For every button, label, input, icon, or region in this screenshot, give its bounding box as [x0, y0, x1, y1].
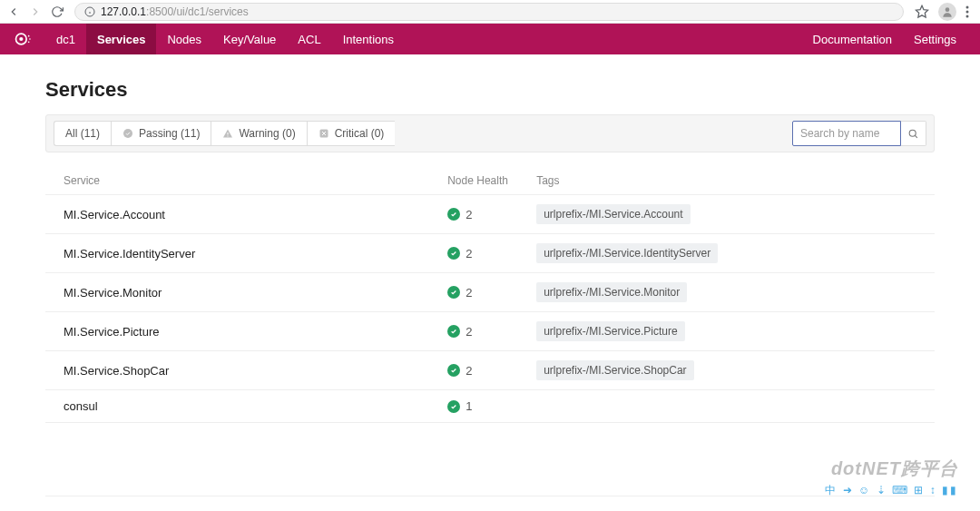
filter-passing[interactable]: Passing (11): [111, 121, 211, 146]
services-table: Service Node Health Tags MI.Service.Acco…: [45, 167, 935, 423]
table-row[interactable]: MI.Service.Picture2urlprefix-/MI.Service…: [45, 312, 935, 351]
svg-point-6: [966, 10, 969, 13]
service-name[interactable]: MI.Service.IdentityServer: [45, 234, 436, 273]
node-health: 2: [436, 351, 525, 390]
warning-icon: [222, 128, 233, 139]
service-name[interactable]: consul: [45, 390, 436, 423]
datacenter-selector[interactable]: dc1: [45, 24, 86, 54]
svg-rect-15: [228, 136, 229, 137]
nav-acl[interactable]: ACL: [287, 24, 331, 54]
svg-line-18: [915, 135, 917, 138]
node-health: 2: [436, 195, 525, 234]
svg-point-10: [28, 35, 30, 37]
consul-logo-icon[interactable]: [13, 29, 33, 49]
service-tags: urlprefix-/MI.Service.Account: [525, 195, 935, 234]
service-tags: [525, 390, 935, 423]
node-health: 2: [436, 273, 525, 312]
svg-point-5: [966, 5, 969, 8]
url-host: 127.0.0.1: [101, 5, 146, 18]
svg-point-13: [123, 129, 132, 138]
tag: urlprefix-/MI.Service.Account: [536, 204, 690, 224]
service-tags: urlprefix-/MI.Service.Monitor: [525, 273, 935, 312]
svg-rect-14: [228, 133, 229, 135]
passing-icon: [447, 247, 460, 260]
search-input[interactable]: [792, 121, 901, 146]
tag: urlprefix-/MI.Service.IdentityServer: [536, 243, 718, 263]
url-path: :8500/ui/dc1/services: [146, 5, 249, 18]
site-info-icon[interactable]: [84, 6, 95, 17]
passing-icon: [447, 325, 460, 338]
passing-icon: [447, 286, 460, 299]
col-tags[interactable]: Tags: [525, 167, 935, 195]
reload-icon[interactable]: [49, 4, 65, 20]
filter-critical[interactable]: Critical (0): [307, 121, 396, 146]
service-tags: urlprefix-/MI.Service.Picture: [525, 312, 935, 351]
service-name[interactable]: MI.Service.ShopCar: [45, 351, 436, 390]
search-button[interactable]: [901, 121, 926, 146]
table-row[interactable]: MI.Service.Monitor2urlprefix-/MI.Service…: [45, 273, 935, 312]
nav-services[interactable]: Services: [86, 24, 157, 54]
svg-point-7: [966, 15, 969, 17]
service-name[interactable]: MI.Service.Account: [45, 195, 436, 234]
nav-documentation[interactable]: Documentation: [802, 24, 903, 54]
table-row[interactable]: MI.Service.ShopCar2urlprefix-/MI.Service…: [45, 351, 935, 390]
check-circle-icon: [122, 128, 133, 139]
service-name[interactable]: MI.Service.Monitor: [45, 273, 436, 312]
search-icon: [907, 128, 919, 140]
profile-icon[interactable]: [938, 3, 956, 21]
node-health: 2: [436, 312, 525, 351]
passing-icon: [447, 400, 460, 413]
back-icon[interactable]: [5, 4, 22, 20]
filter-all[interactable]: All (11): [54, 121, 111, 146]
nav-settings[interactable]: Settings: [903, 24, 967, 54]
url-bar[interactable]: 127.0.0.1:8500/ui/dc1/services: [74, 3, 904, 21]
svg-point-11: [29, 38, 31, 40]
critical-icon: [318, 128, 329, 139]
service-tags: urlprefix-/MI.Service.ShopCar: [525, 351, 935, 390]
table-row[interactable]: consul1: [45, 390, 935, 423]
node-health: 1: [436, 390, 525, 423]
col-node-health[interactable]: Node Health: [436, 167, 525, 195]
menu-icon[interactable]: [965, 5, 969, 18]
service-tags: urlprefix-/MI.Service.IdentityServer: [525, 234, 935, 273]
passing-icon: [447, 208, 460, 221]
table-row[interactable]: MI.Service.Account2urlprefix-/MI.Service…: [45, 195, 935, 234]
node-health: 2: [436, 234, 525, 273]
service-name[interactable]: MI.Service.Picture: [45, 312, 436, 351]
filter-bar: All (11) Passing (11) Warning (0) Critic…: [45, 114, 935, 152]
footer: © 2018 HashiCorp Consul 1.3.0 Documentat…: [45, 496, 935, 511]
star-icon[interactable]: [915, 5, 929, 19]
svg-point-4: [946, 7, 950, 12]
nav-intentions[interactable]: Intentions: [332, 24, 405, 54]
svg-point-12: [28, 42, 30, 44]
browser-chrome: 127.0.0.1:8500/ui/dc1/services: [0, 0, 980, 24]
page-content: Services All (11) Passing (11) Warning (…: [18, 54, 962, 511]
col-service[interactable]: Service: [45, 167, 436, 195]
svg-marker-3: [916, 5, 927, 17]
table-row[interactable]: MI.Service.IdentityServer2urlprefix-/MI.…: [45, 234, 935, 273]
svg-point-17: [909, 130, 916, 136]
tag: urlprefix-/MI.Service.Monitor: [536, 282, 687, 302]
forward-icon[interactable]: [27, 4, 44, 20]
nav-nodes[interactable]: Nodes: [156, 24, 212, 54]
tag: urlprefix-/MI.Service.ShopCar: [536, 360, 693, 380]
passing-icon: [447, 364, 460, 377]
top-nav: dc1 Services Nodes Key/Value ACL Intenti…: [0, 24, 980, 54]
nav-key-value[interactable]: Key/Value: [212, 24, 287, 54]
tag: urlprefix-/MI.Service.Picture: [536, 321, 684, 341]
page-title: Services: [45, 78, 935, 102]
svg-point-9: [19, 37, 23, 41]
filter-warning[interactable]: Warning (0): [211, 121, 306, 146]
